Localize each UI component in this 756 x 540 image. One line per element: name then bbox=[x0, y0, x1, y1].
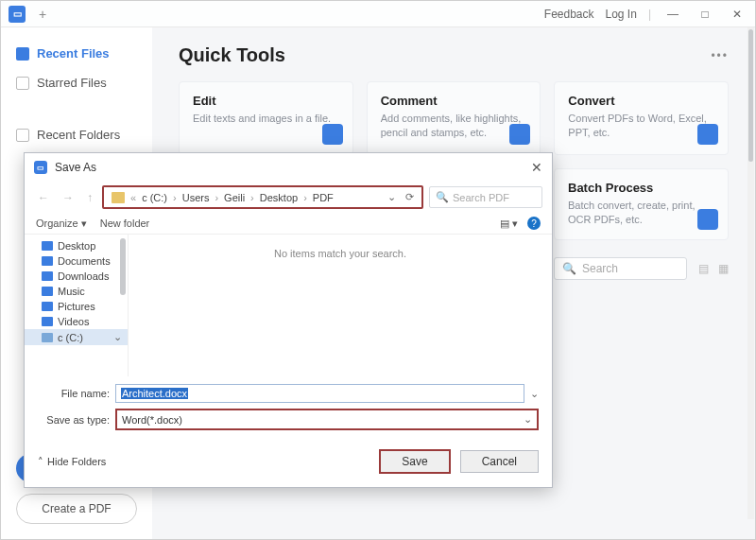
save-as-type-label: Save as type: bbox=[38, 414, 110, 426]
folder-icon bbox=[42, 271, 53, 281]
folder-icon bbox=[42, 287, 53, 296]
chevron-down-icon[interactable]: ⌄ bbox=[530, 388, 539, 400]
convert-card[interactable]: Convert Convert PDFs to Word, Excel, PPT… bbox=[554, 81, 729, 155]
empty-message: No items match your search. bbox=[129, 235, 552, 376]
login-link[interactable]: Log In bbox=[606, 8, 637, 21]
new-folder-button[interactable]: New folder bbox=[100, 218, 150, 229]
search-placeholder: Search bbox=[582, 262, 618, 275]
create-pdf-button[interactable]: Create a PDF bbox=[16, 494, 137, 524]
tree-item-desktop[interactable]: Desktop bbox=[25, 238, 128, 253]
list-view-icon[interactable]: ▤ bbox=[698, 262, 709, 275]
tree-item-music[interactable]: Music bbox=[25, 284, 128, 299]
filename-input[interactable]: Architect.docx bbox=[115, 384, 524, 403]
view-mode-button[interactable]: ▤ ▾ bbox=[500, 218, 518, 230]
app-logo-icon: ▭ bbox=[9, 6, 26, 23]
batch-card[interactable]: Batch Process Batch convert, create, pri… bbox=[554, 168, 729, 240]
edit-icon bbox=[322, 124, 343, 145]
chevron-down-icon: ⌄ bbox=[524, 413, 532, 426]
help-icon[interactable]: ? bbox=[527, 217, 541, 230]
comment-card[interactable]: Comment Add comments, like highlights, p… bbox=[367, 81, 541, 155]
organize-button[interactable]: Organize ▾ bbox=[36, 218, 87, 230]
save-as-type-select[interactable]: Word(*.docx) ⌄ bbox=[115, 409, 539, 430]
batch-icon bbox=[697, 209, 718, 230]
convert-icon bbox=[697, 124, 718, 145]
grid-view-icon[interactable]: ▦ bbox=[718, 262, 729, 275]
tree-item-pictures[interactable]: Pictures bbox=[25, 299, 128, 314]
edit-card[interactable]: Edit Edit texts and images in a file. bbox=[179, 81, 353, 155]
card-subtitle: Add comments, like highlights, pencil an… bbox=[381, 112, 527, 141]
minimize-button[interactable]: — bbox=[662, 4, 683, 25]
card-subtitle: Batch convert, create, print, OCR PDFs, … bbox=[568, 199, 714, 228]
new-tab-button[interactable]: + bbox=[33, 5, 52, 24]
folder-icon bbox=[16, 129, 29, 142]
card-title: Edit bbox=[193, 94, 339, 108]
dialog-icon: ▭ bbox=[34, 161, 47, 174]
folder-icon bbox=[42, 302, 53, 311]
chevron-down-icon[interactable]: ⌄ bbox=[387, 191, 396, 203]
vertical-scrollbar[interactable] bbox=[747, 27, 754, 519]
folder-icon bbox=[42, 317, 53, 326]
card-title: Convert bbox=[568, 94, 714, 108]
cancel-button[interactable]: Cancel bbox=[460, 450, 539, 473]
folder-icon bbox=[112, 192, 125, 203]
card-subtitle: Edit texts and images in a file. bbox=[193, 112, 339, 126]
page-title: Quick Tools bbox=[179, 44, 285, 66]
close-button[interactable]: ✕ bbox=[727, 4, 747, 25]
folder-icon bbox=[42, 241, 53, 251]
feedback-link[interactable]: Feedback bbox=[544, 8, 594, 21]
sidebar-label: Starred Files bbox=[37, 76, 107, 90]
sidebar-item-recent-files[interactable]: Recent Files bbox=[1, 39, 152, 68]
recent-files-icon bbox=[16, 47, 29, 61]
save-as-dialog: ▭ Save As ✕ ← → ↑ « c (C:)› Users› Geili… bbox=[24, 152, 553, 488]
tree-item-downloads[interactable]: Downloads bbox=[25, 269, 128, 284]
search-icon: 🔍 bbox=[436, 191, 449, 203]
sidebar-label: Recent Files bbox=[37, 46, 110, 61]
star-icon bbox=[16, 77, 29, 90]
dialog-close-button[interactable]: ✕ bbox=[531, 160, 542, 175]
tree-item-drive-c[interactable]: c (C:)⌄ bbox=[25, 329, 128, 345]
nav-back-button[interactable]: ← bbox=[34, 189, 53, 206]
filename-label: File name: bbox=[38, 388, 110, 399]
nav-up-button[interactable]: ↑ bbox=[83, 189, 96, 206]
separator: | bbox=[648, 8, 651, 21]
drive-icon bbox=[42, 333, 53, 342]
nav-forward-button[interactable]: → bbox=[59, 189, 77, 206]
more-button[interactable]: ••• bbox=[711, 49, 729, 62]
search-input[interactable]: 🔍 Search bbox=[554, 257, 687, 280]
chevron-up-icon: ˄ bbox=[38, 456, 43, 468]
sidebar-item-recent-folders[interactable]: Recent Folders bbox=[1, 120, 152, 149]
tree-item-videos[interactable]: Videos bbox=[25, 314, 128, 329]
card-title: Batch Process bbox=[568, 181, 714, 195]
maximize-button[interactable]: □ bbox=[695, 4, 715, 25]
tree-item-documents[interactable]: Documents bbox=[25, 253, 128, 269]
card-subtitle: Convert PDFs to Word, Excel, PPT, etc. bbox=[568, 112, 714, 141]
refresh-icon[interactable]: ⟳ bbox=[405, 191, 414, 203]
sidebar-label: Recent Folders bbox=[37, 128, 120, 142]
search-icon: 🔍 bbox=[562, 262, 576, 275]
dialog-search-input[interactable]: 🔍 Search PDF bbox=[429, 186, 542, 208]
breadcrumb-bar[interactable]: « c (C:)› Users› Geili› Desktop› PDF ⌄ ⟳ bbox=[102, 185, 423, 209]
save-button[interactable]: Save bbox=[379, 449, 450, 474]
card-title: Comment bbox=[381, 94, 527, 108]
dialog-title: Save As bbox=[55, 161, 96, 174]
folder-icon bbox=[42, 256, 53, 266]
titlebar: ▭ + Feedback Log In | — □ ✕ bbox=[1, 1, 755, 27]
folder-tree: Desktop Documents Downloads Music Pictur… bbox=[25, 235, 129, 376]
hide-folders-button[interactable]: ˄Hide Folders bbox=[38, 456, 106, 468]
comment-icon bbox=[509, 124, 530, 145]
sidebar-item-starred-files[interactable]: Starred Files bbox=[1, 68, 152, 97]
